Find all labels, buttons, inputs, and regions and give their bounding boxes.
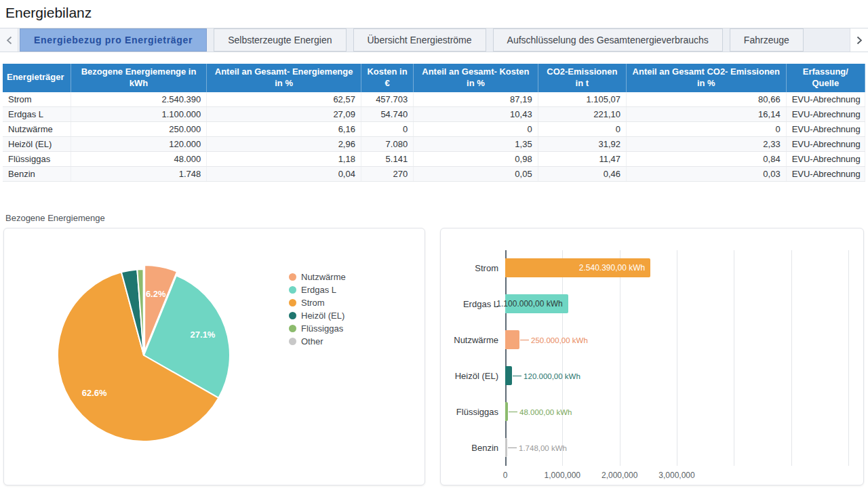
legend-item-erdgas-l[interactable]: Erdgas L — [289, 283, 346, 296]
bar-value-label: 1.748,00 kWh — [519, 444, 567, 452]
table-cell: EVU-Abrechnung — [786, 167, 865, 182]
tab-selbsterzeugte-energien[interactable]: Selbsterzeugte Energien — [214, 28, 346, 52]
page-title: Energiebilanz — [0, 0, 868, 28]
chevron-left-icon — [6, 36, 12, 45]
legend-item-other[interactable]: Other — [289, 335, 346, 348]
legend-item-strom[interactable]: Strom — [289, 296, 346, 309]
bar-category-label: Heizöl (EL) — [448, 371, 505, 381]
table-cell: Benzin — [3, 167, 71, 182]
bar-row-benzin: Benzin1.748,00 kWh — [448, 430, 854, 466]
bar-row-flüssiggas: Flüssiggas48.000,00 kWh — [448, 394, 854, 430]
table-cell: 0,98 — [414, 152, 538, 167]
legend-swatch — [289, 312, 296, 319]
column-header-5: CO2-Emissionen in t — [538, 64, 626, 92]
table-cell: 0,04 — [207, 167, 361, 182]
table-cell: 0 — [361, 122, 413, 137]
table-row-flüssiggas: Flüssiggas48.0001,185.1410,9811,470,84EV… — [3, 152, 865, 167]
legend-item-heizöl-el[interactable]: Heizöl (EL) — [289, 309, 346, 322]
bar-erdgas-l[interactable]: 1.100.000,00 kWh — [505, 294, 568, 313]
chart-cards: 6.2%27.1%62.6% NutzwärmeErdgas LStromHei… — [0, 228, 868, 485]
x-tick-label: 3,000,000 — [658, 471, 694, 480]
table-cell: 11,47 — [538, 152, 626, 167]
tab-energiebezug-pro-energieträger[interactable]: Energiebezug pro Energieträger — [20, 28, 207, 52]
tab-fahrzeuge[interactable]: Fahrzeuge — [730, 28, 804, 52]
legend-label: Flüssiggas — [301, 323, 343, 334]
energy-balance-table: EnergieträgerBezogene Energiemenge in kW… — [3, 64, 865, 182]
table-cell: 54.740 — [361, 107, 413, 122]
table-cell: 2,33 — [626, 137, 786, 152]
table-cell: 1,35 — [414, 137, 538, 152]
table-cell: 27,09 — [207, 107, 361, 122]
table-cell: 1.100.000 — [71, 107, 207, 122]
legend-swatch — [289, 325, 296, 332]
legend-label: Strom — [301, 298, 325, 308]
table-cell: 270 — [361, 167, 413, 182]
column-header-2: Anteil an Gesamt- Energiemenge in % — [207, 64, 361, 92]
x-tick-label: 1,000,000 — [545, 471, 580, 480]
bar-category-label: Nutzwärme — [448, 335, 505, 345]
tabs-scroll-left-button[interactable] — [0, 28, 18, 52]
bar-chart-rows: Strom2.540.390,00 kWhErdgas L1.100.000,0… — [448, 250, 854, 466]
x-tick-label: 0 — [503, 471, 508, 480]
bar-row-heizöl-el: Heizöl (EL)120.000,00 kWh — [448, 358, 854, 394]
tab-aufschlüsselung-des-gesamtenergieverbrauchs[interactable]: Aufschlüsselung des Gesamtenergieverbrau… — [493, 28, 723, 52]
tab-übersicht-energieströme[interactable]: Übersicht Energieströme — [353, 28, 486, 52]
table-row-nutzwärme: Nutzwärme250.0006,160000EVU-Abrechnung — [3, 122, 865, 137]
table-cell: EVU-Abrechnung — [786, 137, 865, 152]
table-cell: 0,05 — [414, 167, 538, 182]
pie-slice-label: 62.6% — [82, 388, 107, 398]
table-cell: 62,57 — [207, 92, 361, 107]
table-row-benzin: Benzin1.7480,042700,050,460,03EVU-Abrech… — [3, 167, 865, 182]
bar-value-callout: 48.000,00 kWh — [509, 408, 572, 416]
bar-category-label: Benzin — [448, 443, 505, 453]
column-header-0: Energieträger — [3, 64, 71, 92]
table-cell: 2,96 — [207, 137, 361, 152]
tab-list: Energiebezug pro EnergieträgerSelbsterze… — [18, 28, 850, 52]
pie-slice-label: 6.2% — [146, 289, 166, 299]
bar-category-label: Flüssiggas — [448, 407, 505, 417]
x-tick-label: 2,000,000 — [601, 471, 637, 480]
bar-benzin[interactable] — [505, 438, 507, 457]
bar-nutzwärme[interactable] — [505, 330, 519, 349]
column-header-4: Anteil an Gesamt- Kosten in % — [414, 64, 538, 92]
bar-strom[interactable]: 2.540.390,00 kWh — [505, 258, 650, 277]
table-cell: 120.000 — [71, 137, 207, 152]
chevron-right-icon — [856, 36, 863, 45]
column-header-1: Bezogene Energiemenge in kWh — [71, 64, 207, 92]
table-cell: 0 — [538, 122, 626, 137]
table-body: Strom2.540.39062,57457.70387,191.105,078… — [3, 92, 865, 182]
legend-item-nutzwärme[interactable]: Nutzwärme — [289, 271, 346, 283]
pie-legend: NutzwärmeErdgas LStromHeizöl (EL)Flüssig… — [289, 271, 346, 348]
table-cell: 250.000 — [71, 122, 207, 137]
bar-flüssiggas[interactable] — [505, 402, 508, 421]
table-cell: 0 — [626, 122, 786, 137]
bar-value-callout: 120.000,00 kWh — [513, 372, 580, 380]
table-cell: 0 — [414, 122, 538, 137]
table-row-strom: Strom2.540.39062,57457.70387,191.105,078… — [3, 92, 865, 107]
table-cell: EVU-Abrechnung — [786, 122, 865, 137]
bar-value-label: 48.000,00 kWh — [519, 408, 572, 416]
table-row-erdgas-l: Erdgas L1.100.00027,0954.74010,43221,101… — [3, 107, 865, 122]
table-cell: 457.703 — [361, 92, 413, 107]
bar-value-label: 120.000,00 kWh — [524, 372, 580, 380]
table-cell: 2.540.390 — [71, 92, 207, 107]
tabs-scroll-right-button[interactable] — [850, 28, 868, 52]
bar-value-callout: 250.000,00 kWh — [520, 336, 588, 344]
tab-bar: Energiebezug pro EnergieträgerSelbsterze… — [0, 28, 868, 52]
pie-chart: 6.2%27.1%62.6% — [42, 254, 245, 457]
table-cell: Heizöl (EL) — [3, 137, 71, 152]
table-cell: 7.080 — [361, 137, 413, 152]
table-row-heizöl-el: Heizöl (EL)120.0002,967.0801,3531,922,33… — [3, 137, 865, 152]
pie-chart-card: 6.2%27.1%62.6% NutzwärmeErdgas LStromHei… — [3, 228, 425, 485]
table-cell: EVU-Abrechnung — [786, 92, 865, 107]
legend-label: Nutzwärme — [301, 272, 346, 282]
legend-item-flüssiggas[interactable]: Flüssiggas — [289, 322, 346, 335]
bar-heizöl-el[interactable] — [505, 366, 512, 385]
section-label: Bezogene Energiemenge — [5, 213, 868, 223]
bar-plot-area: 1.100.000,00 kWh — [505, 286, 854, 322]
table-cell: 5.141 — [361, 152, 413, 167]
table-cell: 10,43 — [414, 107, 538, 122]
table-cell: Flüssiggas — [3, 152, 71, 167]
table-cell: Erdgas L — [3, 107, 71, 122]
bar-row-strom: Strom2.540.390,00 kWh — [448, 250, 854, 286]
